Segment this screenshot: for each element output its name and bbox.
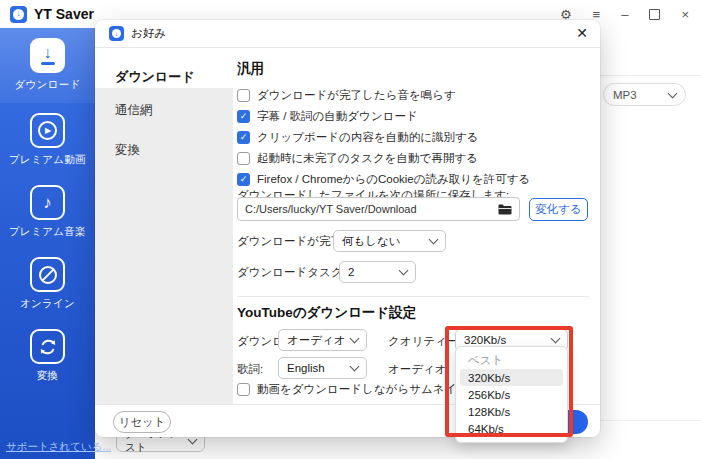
maximize-icon[interactable]: [649, 9, 660, 20]
youtube-settings-heading: YouTubeのダウンロード設定: [237, 304, 416, 322]
quality-option-best[interactable]: ベスト: [460, 352, 563, 369]
checkbox-browser-cookies[interactable]: ✓ Firefox / ChromeからのCookieの読み取りを許可する: [237, 170, 530, 188]
checkbox-icon: [237, 89, 250, 102]
sidebar-item-download[interactable]: ↓ ダウンロード: [0, 28, 95, 103]
max-tasks-select[interactable]: 2: [339, 261, 416, 283]
chevron-down-icon: [429, 235, 439, 245]
sidebar-item-online[interactable]: オンライン: [0, 247, 95, 319]
checkbox-auto-subtitles[interactable]: ✓ 字幕 / 歌詞の自動ダウンロード: [237, 107, 418, 125]
app-logo: ↓ YT Saver: [0, 6, 94, 23]
minimize-icon[interactable]: –: [621, 8, 628, 21]
tab-panel: 通信網 変換: [95, 88, 233, 404]
tab-network[interactable]: 通信網: [115, 102, 153, 119]
lyrics-select[interactable]: English: [278, 357, 367, 379]
sidebar-item-premium-music[interactable]: ♪ プレミアム音楽: [0, 175, 95, 247]
sidebar: ↓ ダウンロード ▶ プレミアム動画 ♪ プレミアム音楽 オンラ: [0, 28, 95, 459]
quality-option-64[interactable]: 64Kb/s: [460, 420, 563, 437]
background-divider-bottom: [598, 420, 701, 421]
preferences-dialog: ↓ お好み ✕ ダウンロード 通信網 変換 汎用 ダウンロードが完了したら音を鳴…: [95, 20, 600, 437]
tab-convert[interactable]: 変換: [115, 142, 140, 159]
app-title: YT Saver: [34, 6, 94, 22]
dialog-title: お好み: [131, 26, 166, 41]
folder-icon[interactable]: [498, 204, 512, 215]
chevron-down-icon: [350, 334, 360, 344]
menu-icon[interactable]: ≡: [593, 8, 601, 21]
quality-option-320[interactable]: 320Kb/s: [460, 369, 563, 386]
audio-label: オーディオ:: [388, 362, 450, 377]
chevron-down-icon: [399, 266, 409, 276]
checkbox-resume-tasks[interactable]: 起動時に未完了のタスクを自動で再開する: [237, 149, 478, 167]
checkbox-icon: ✓: [237, 131, 250, 144]
download-type-select[interactable]: オーディオ: [278, 329, 367, 351]
lyrics-label: 歌詞:: [237, 362, 263, 377]
premium-music-icon: ♪: [30, 185, 65, 220]
dialog-close-icon[interactable]: ✕: [576, 25, 588, 42]
close-icon[interactable]: ×: [681, 8, 689, 21]
on-complete-select[interactable]: 何もしない: [333, 230, 446, 252]
download-icon: ↓: [30, 38, 65, 73]
online-icon: [30, 257, 65, 292]
chevron-down-icon: [350, 362, 360, 372]
quality-label: クオリティー: [388, 334, 458, 349]
sidebar-item-premium-video[interactable]: ▶ プレミアム動画: [0, 103, 95, 175]
save-path-input[interactable]: C:/Users/lucky/YT Saver/Download: [237, 197, 520, 221]
checkbox-icon: [237, 383, 250, 396]
background-divider: [598, 75, 701, 76]
quality-dropdown-menu: ベスト 320Kb/s 256Kb/s 128Kb/s 64Kb/s: [455, 346, 568, 443]
yt-saver-window: ↓ YT Saver ⚙ ≡ – × ↓ ダウンロード ▶ プレミアム動画: [0, 0, 701, 459]
settings-gear-icon[interactable]: ⚙: [560, 8, 572, 21]
change-location-button[interactable]: 変化する: [529, 198, 588, 221]
convert-icon: [30, 329, 65, 364]
premium-video-icon: ▶: [30, 113, 65, 148]
format-select[interactable]: MP3: [603, 83, 686, 106]
chevron-down-icon: [668, 88, 678, 98]
checkbox-icon: [237, 152, 250, 165]
chevron-down-icon: [551, 334, 561, 344]
sidebar-item-convert[interactable]: 変換: [0, 319, 95, 391]
checkbox-icon: ✓: [237, 173, 250, 186]
section-divider: [237, 296, 589, 297]
dialog-app-icon: ↓: [109, 26, 124, 41]
general-heading: 汎用: [237, 60, 264, 78]
checkbox-icon: ✓: [237, 110, 250, 123]
reset-button[interactable]: リセット: [113, 411, 171, 433]
quality-option-256[interactable]: 256Kb/s: [460, 386, 563, 403]
supported-sites-link[interactable]: サポートされている...: [6, 440, 111, 454]
quality-option-128[interactable]: 128Kb/s: [460, 403, 563, 420]
checkbox-sound-on-complete[interactable]: ダウンロードが完了したら音を鳴らす: [237, 86, 456, 104]
app-logo-icon: ↓: [10, 6, 27, 23]
checkbox-clipboard-detect[interactable]: ✓ クリップボードの内容を自動的に識別する: [237, 128, 478, 146]
dialog-header: ↓ お好み: [95, 20, 600, 48]
